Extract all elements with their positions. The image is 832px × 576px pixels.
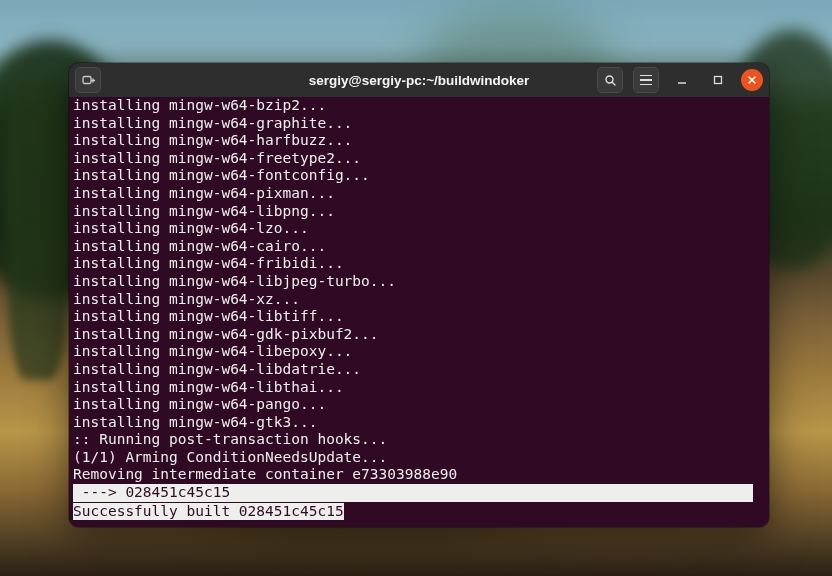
terminal-line: installing mingw-w64-pixman... — [73, 185, 765, 203]
hamburger-icon — [640, 73, 652, 87]
terminal-line: installing mingw-w64-graphite... — [73, 115, 765, 133]
maximize-button[interactable] — [705, 67, 731, 93]
terminal-line: Removing intermediate container e7330398… — [73, 466, 765, 484]
terminal-line: installing mingw-w64-harfbuzz... — [73, 132, 765, 150]
terminal-output[interactable]: installing mingw-w64-bzip2...installing … — [69, 97, 769, 527]
minimize-icon — [676, 74, 688, 86]
search-button[interactable] — [597, 67, 623, 93]
terminal-line: installing mingw-w64-fribidi... — [73, 255, 765, 273]
svg-rect-0 — [83, 77, 91, 84]
terminal-line: installing mingw-w64-libdatrie... — [73, 361, 765, 379]
svg-rect-4 — [715, 77, 722, 84]
terminal-line: installing mingw-w64-xz... — [73, 291, 765, 309]
maximize-icon — [712, 74, 724, 86]
terminal-line: installing mingw-w64-libjpeg-turbo... — [73, 273, 765, 291]
close-icon — [747, 75, 757, 85]
search-icon — [604, 74, 617, 87]
terminal-window: sergiy@sergiy-pc:~/buildwindoker — [69, 63, 769, 527]
terminal-line: installing mingw-w64-gtk3... — [73, 414, 765, 432]
terminal-line: installing mingw-w64-pango... — [73, 396, 765, 414]
terminal-line: installing mingw-w64-libtiff... — [73, 308, 765, 326]
titlebar: sergiy@sergiy-pc:~/buildwindoker — [69, 63, 769, 97]
terminal-line: installing mingw-w64-bzip2... — [73, 97, 765, 115]
terminal-line: Successfully built 028451c45c15 — [73, 503, 344, 521]
svg-line-2 — [612, 82, 615, 85]
close-button[interactable] — [741, 69, 763, 91]
terminal-line: installing mingw-w64-libpng... — [73, 203, 765, 221]
terminal-line: (1/1) Arming ConditionNeedsUpdate... — [73, 449, 765, 467]
terminal-line: :: Running post-transaction hooks... — [73, 431, 765, 449]
terminal-line: installing mingw-w64-cairo... — [73, 238, 765, 256]
terminal-line: installing mingw-w64-libepoxy... — [73, 343, 765, 361]
terminal-line: installing mingw-w64-fontconfig... — [73, 167, 765, 185]
menu-button[interactable] — [633, 67, 659, 93]
terminal-line: installing mingw-w64-freetype2... — [73, 150, 765, 168]
terminal-line: installing mingw-w64-libthai... — [73, 379, 765, 397]
new-tab-button[interactable] — [75, 67, 101, 93]
terminal-line: ---> 028451c45c15 — [73, 484, 753, 502]
new-tab-icon — [81, 73, 95, 87]
terminal-line: installing mingw-w64-gdk-pixbuf2... — [73, 326, 765, 344]
minimize-button[interactable] — [669, 67, 695, 93]
terminal-line: installing mingw-w64-lzo... — [73, 220, 765, 238]
